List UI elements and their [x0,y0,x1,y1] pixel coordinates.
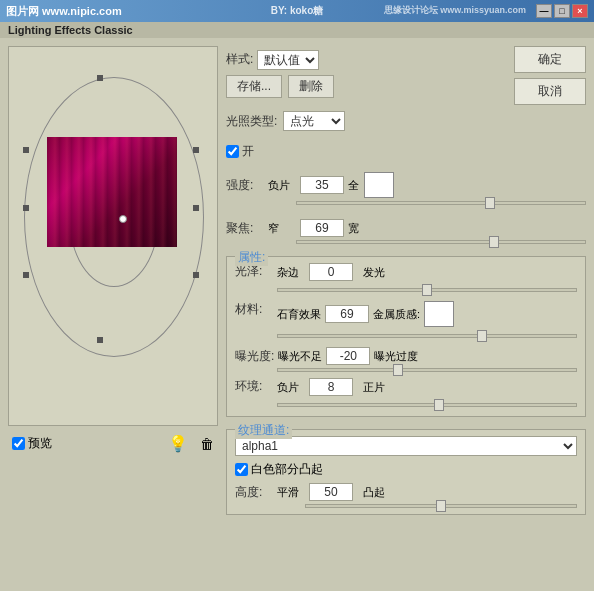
curtain-lines [47,137,177,247]
intensity-slider-row [226,201,586,205]
focus-slider-row [226,240,586,244]
corner-handle-tl[interactable] [23,147,29,153]
light-bulb-icon[interactable]: 💡 [168,434,188,453]
material-right: 金属质感: [373,307,420,322]
intensity-label: 强度: [226,177,264,194]
exposure-left: 曝光不足 [278,349,322,364]
texture-title: 纹理通道: [235,422,292,439]
on-label: 开 [242,143,254,160]
height-slider-row [235,504,577,508]
trash-icon[interactable]: 🗑 [200,436,214,452]
height-section: 高度: 平滑 50 凸起 [235,483,577,508]
height-right: 凸起 [357,485,385,500]
corner-handle-top[interactable] [97,75,103,81]
close-button[interactable]: × [572,4,588,18]
preview-checkbox-label[interactable]: 预览 [12,435,52,452]
lighting-type-label: 光照类型: [226,113,277,130]
left-panel: 预览 💡 🗑 [8,46,218,591]
intensity-row: 强度: 负片 35 全 [226,172,586,198]
material-label: 材料: [235,301,273,318]
intensity-section: 强度: 负片 35 全 [226,172,586,205]
height-value[interactable]: 50 [309,483,353,501]
minimize-button[interactable]: — [536,4,552,18]
style-select[interactable]: 默认值 [257,50,319,70]
texture-channel-row: alpha1 无 红 绿 蓝 [235,436,577,456]
gloss-controls: 杂边 0 发光 [277,263,577,295]
intensity-slider[interactable] [296,201,586,205]
canvas-inner [9,47,217,425]
focus-slider[interactable] [296,240,586,244]
properties-section: 属性: 光泽: 杂边 0 发光 材料: 石育效果 [226,256,586,417]
exposure-label: 曝光度: [235,348,274,365]
white-label: 白色部分凸起 [251,461,323,478]
exposure-section: 曝光度: 曝光不足 -20 曝光过度 [235,347,577,372]
corner-handle-bl[interactable] [23,272,29,278]
gloss-left: 杂边 [277,265,305,280]
title-bar-right: 思缘设计论坛 www.missyuan.com — □ × [384,4,588,18]
intensity-right-label: 全 [348,178,360,193]
material-value[interactable]: 69 [325,305,369,323]
corner-handle-bottom[interactable] [97,337,103,343]
gloss-value[interactable]: 0 [309,263,353,281]
material-color-swatch[interactable] [424,301,454,327]
lighting-type-select[interactable]: 点光 平行光 全光源 [283,111,345,131]
corner-handle-left[interactable] [23,205,29,211]
ambient-section: 环境: 负片 8 正片 [235,378,577,410]
focus-value[interactable]: 69 [300,219,344,237]
white-checkbox-label[interactable]: 白色部分凸起 [235,461,577,478]
exposure-slider-row [235,368,577,372]
intensity-value[interactable]: 35 [300,176,344,194]
delete-button[interactable]: 删除 [288,75,334,98]
corner-handle-tr[interactable] [193,147,199,153]
preview-checkbox[interactable] [12,437,25,450]
top-row: 样式: 默认值 存储... 删除 确定 取消 [226,46,586,105]
white-checkbox[interactable] [235,463,248,476]
light-point-handle[interactable] [119,215,127,223]
ambient-value[interactable]: 8 [309,378,353,396]
corner-handle-right[interactable] [193,205,199,211]
exposure-value[interactable]: -20 [326,347,370,365]
title-bar-center: BY: koko糖 [271,4,324,18]
gloss-row: 杂边 0 发光 [277,263,577,281]
preview-canvas [8,46,218,426]
gloss-slider[interactable] [277,288,577,292]
confirm-cancel: 确定 取消 [514,46,586,105]
ambient-right: 正片 [357,380,385,395]
exposure-row: 曝光度: 曝光不足 -20 曝光过度 [235,347,577,365]
focus-right-label: 宽 [348,221,360,236]
ambient-label: 环境: [235,378,273,395]
material-slider[interactable] [277,334,577,338]
title-bar-left: 图片网 www.nipic.com [6,4,122,19]
preview-label: 预览 [28,435,52,452]
confirm-button[interactable]: 确定 [514,46,586,73]
on-checkbox[interactable] [226,145,239,158]
save-button[interactable]: 存储... [226,75,282,98]
title-bar-watermark-right: 思缘设计论坛 www.missyuan.com [384,4,526,18]
preview-controls: 预览 💡 🗑 [8,432,218,455]
on-row: 开 [226,143,586,160]
corner-handle-br[interactable] [193,272,199,278]
lighting-type-row: 光照类型: 点光 平行光 全光源 [226,111,586,131]
cancel-button[interactable]: 取消 [514,78,586,105]
exposure-slider[interactable] [277,368,577,372]
right-panel: 样式: 默认值 存储... 删除 确定 取消 光照类型: 点光 平行光 [226,46,586,591]
material-section: 材料: 石育效果 69 金属质感: [235,301,577,341]
texture-channel-select[interactable]: alpha1 无 红 绿 蓝 [235,436,577,456]
ambient-controls: 负片 8 正片 [277,378,577,410]
texture-section: 纹理通道: alpha1 无 红 绿 蓝 白色部分凸起 高度: 平滑 50 [226,429,586,515]
height-slider[interactable] [305,504,577,508]
maximize-button[interactable]: □ [554,4,570,18]
exposure-right: 曝光过度 [374,349,418,364]
main-container: 预览 💡 🗑 样式: 默认值 存储... [0,38,594,591]
style-label: 样式: [226,51,253,68]
ambient-left: 负片 [277,380,305,395]
ambient-slider[interactable] [277,403,577,407]
gloss-section: 光泽: 杂边 0 发光 [235,263,577,295]
properties-title: 属性: [235,249,268,266]
title-bar-watermark-left: 图片网 www.nipic.com [6,4,122,19]
style-section: 样式: 默认值 存储... 删除 [226,50,508,102]
focus-section: 聚焦: 窄 69 宽 [226,219,586,244]
title-bar: 图片网 www.nipic.com BY: koko糖 思缘设计论坛 www.m… [0,0,594,22]
material-left: 石育效果 [277,307,321,322]
intensity-color-swatch[interactable] [364,172,394,198]
